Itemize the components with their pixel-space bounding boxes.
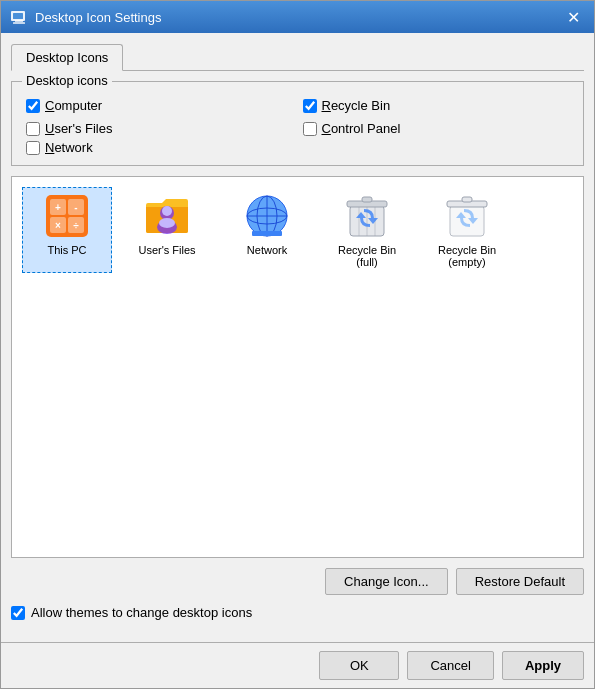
checkboxes-grid: Computer Recycle Bin User's Files Contro…: [26, 98, 569, 136]
recycle-full-label: Recycle Bin(full): [338, 244, 396, 268]
themes-row: Allow themes to change desktop icons: [11, 605, 584, 620]
checkbox-users-input[interactable]: [26, 122, 40, 136]
svg-rect-2: [13, 22, 25, 24]
title-bar-text: Desktop Icon Settings: [35, 10, 560, 25]
themes-label: Allow themes to change desktop icons: [31, 605, 252, 620]
svg-text:-: -: [74, 202, 77, 213]
svg-rect-28: [362, 197, 372, 202]
tab-desktop-icons[interactable]: Desktop Icons: [11, 44, 123, 71]
icon-this-pc[interactable]: + - × ÷ This PC: [22, 187, 112, 273]
recycle-empty-label: Recycle Bin(empty): [438, 244, 496, 268]
icon-recycle-empty[interactable]: Recycle Bin(empty): [422, 187, 512, 273]
icon-network[interactable]: Network: [222, 187, 312, 273]
desktop-icons-section: Desktop icons Computer Recycle Bin User'…: [11, 81, 584, 166]
svg-rect-22: [252, 231, 282, 236]
dialog-icon: [9, 7, 29, 27]
close-button[interactable]: ✕: [560, 7, 586, 27]
checkbox-control-label: Control Panel: [322, 121, 401, 136]
section-label: Desktop icons: [22, 73, 112, 88]
themes-checkbox[interactable]: [11, 606, 25, 620]
dialog-footer: OK Cancel Apply: [1, 642, 594, 688]
checkbox-users[interactable]: User's Files: [26, 121, 293, 136]
cancel-button[interactable]: Cancel: [407, 651, 493, 680]
checkbox-control-input[interactable]: [303, 122, 317, 136]
ok-button[interactable]: OK: [319, 651, 399, 680]
icon-recycle-full[interactable]: Recycle Bin(full): [322, 187, 412, 273]
checkbox-control[interactable]: Control Panel: [303, 121, 570, 136]
icon-user-files[interactable]: User's Files: [122, 187, 212, 273]
checkbox-network[interactable]: Network: [26, 140, 93, 155]
checkbox-computer-label: Computer: [45, 98, 102, 113]
icons-area: + - × ÷ This PC: [11, 176, 584, 558]
tab-bar: Desktop Icons: [11, 43, 584, 71]
checkbox-recycle-label: Recycle Bin: [322, 98, 391, 113]
svg-point-16: [159, 218, 175, 228]
buttons-row: Change Icon... Restore Default: [11, 568, 584, 595]
checkbox-computer-input[interactable]: [26, 99, 40, 113]
this-pc-label: This PC: [47, 244, 86, 256]
restore-default-button[interactable]: Restore Default: [456, 568, 584, 595]
svg-text:×: ×: [55, 220, 61, 231]
title-bar: Desktop Icon Settings ✕: [1, 1, 594, 33]
checkbox-network-label: Network: [45, 140, 93, 155]
svg-point-15: [162, 206, 172, 216]
this-pc-icon-img: + - × ÷: [43, 192, 91, 240]
network-label: Network: [247, 244, 287, 256]
checkbox-recycle-input[interactable]: [303, 99, 317, 113]
svg-text:÷: ÷: [73, 220, 79, 231]
svg-rect-31: [462, 197, 472, 202]
recycle-empty-icon-img: [443, 192, 491, 240]
user-files-icon-img: [143, 192, 191, 240]
checkbox-computer[interactable]: Computer: [26, 98, 293, 113]
checkbox-network-input[interactable]: [26, 141, 40, 155]
dialog-window: Desktop Icon Settings ✕ Desktop Icons De…: [0, 0, 595, 689]
user-files-label: User's Files: [138, 244, 195, 256]
change-icon-button[interactable]: Change Icon...: [325, 568, 448, 595]
checkbox-users-label: User's Files: [45, 121, 113, 136]
svg-rect-3: [15, 20, 23, 22]
network-icon-img: [243, 192, 291, 240]
checkbox-recycle[interactable]: Recycle Bin: [303, 98, 570, 113]
dialog-content: Desktop Icons Desktop icons Computer Rec…: [1, 33, 594, 642]
recycle-full-icon-img: [343, 192, 391, 240]
apply-button[interactable]: Apply: [502, 651, 584, 680]
network-row: Network: [26, 140, 569, 155]
svg-rect-1: [13, 13, 23, 19]
svg-text:+: +: [55, 202, 61, 213]
